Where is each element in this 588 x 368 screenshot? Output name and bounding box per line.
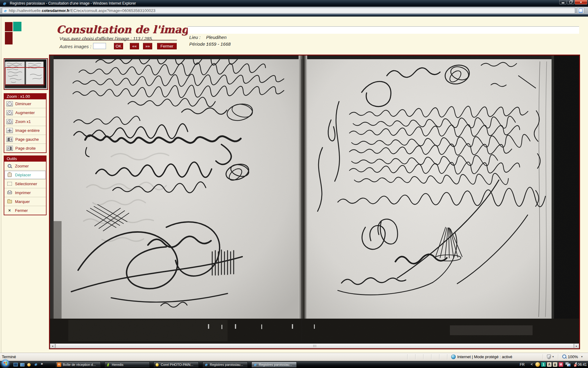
tray-expand-chevron[interactable]: < bbox=[531, 362, 533, 366]
tray-one-icon[interactable]: 1 bbox=[541, 362, 546, 367]
tray-m-icon[interactable]: M bbox=[559, 362, 563, 367]
other-image-input[interactable] bbox=[93, 43, 106, 49]
tray-clock-time[interactable]: 06:41 bbox=[578, 362, 587, 367]
left-page-button[interactable]: ◂ Page gauche bbox=[4, 135, 46, 144]
tool-imprimer[interactable]: Imprimer bbox=[4, 188, 46, 197]
compatibility-view-icon bbox=[579, 9, 582, 13]
taskbar-button-registres-1[interactable]: e Registres paroissiau... bbox=[202, 362, 248, 368]
image-viewport: ◂ ▸ bbox=[49, 55, 580, 349]
selection-rect-icon bbox=[6, 182, 13, 186]
header-white-band bbox=[188, 26, 579, 34]
image-count-text: Vous avez choisi d'afficher l'image : 11… bbox=[59, 36, 153, 41]
zoom-panel: Zoom : x1.00 − Diminuer + Augmenter 1 Zo… bbox=[4, 93, 47, 153]
language-indicator[interactable]: FR bbox=[520, 362, 525, 367]
balloon-icon bbox=[155, 362, 159, 367]
restore-button[interactable] bbox=[567, 0, 574, 5]
scrollbar-thumb[interactable] bbox=[55, 343, 574, 348]
zoom-caret-icon[interactable]: ▼ bbox=[581, 355, 583, 358]
tool-zoomer[interactable]: Zoomer bbox=[4, 162, 46, 171]
minimize-icon bbox=[562, 2, 564, 3]
address-url: http://sallevirtuelle.cotesdarmor.fr/EC/… bbox=[9, 8, 156, 13]
scroll-left-button[interactable]: ◂ bbox=[50, 343, 55, 348]
window-title: Registres paroissiaux - Consultation d'u… bbox=[10, 1, 136, 6]
volume-muted-icon[interactable] bbox=[572, 362, 577, 367]
taskbar-button-corel[interactable]: Corel PHOTO-PAIN... bbox=[153, 362, 199, 368]
scrollbar-track[interactable]: ▸ bbox=[55, 343, 579, 348]
tray-a-icon[interactable]: A bbox=[547, 362, 552, 367]
next-image-button[interactable]: »» bbox=[143, 43, 152, 49]
hand-icon bbox=[6, 173, 13, 177]
scrollbar-grip bbox=[313, 345, 316, 347]
zoom-in-button[interactable]: + Augmenter bbox=[4, 108, 46, 117]
ie-icon: e bbox=[204, 362, 208, 367]
taskbar-button-heredis[interactable]: Heredis bbox=[104, 362, 150, 368]
fit-image-icon bbox=[6, 128, 13, 133]
close-button[interactable]: × bbox=[575, 0, 587, 5]
zoom-in-icon: + bbox=[6, 110, 13, 115]
shield-caret-icon[interactable]: ▼ bbox=[552, 355, 554, 358]
tray-figure-icon[interactable]: ♟ bbox=[553, 362, 557, 367]
address-page-icon: e bbox=[4, 9, 6, 13]
mail-icon: ✉ bbox=[57, 362, 61, 367]
zoom-out-icon: − bbox=[6, 101, 13, 106]
close-icon: × bbox=[580, 1, 582, 4]
periode-value: 1659 - 1668 bbox=[206, 41, 231, 47]
lieu-value: Pleudihen bbox=[206, 35, 227, 40]
zoom-panel-header: Zoom : x1.00 bbox=[4, 93, 47, 99]
minimize-button[interactable] bbox=[559, 0, 567, 5]
tools-panel-header: Outils bbox=[4, 155, 47, 162]
ok-button[interactable]: OK bbox=[114, 43, 123, 49]
page-top-shadow bbox=[0, 14, 588, 17]
taskbar-button-mail[interactable]: ✉ Boîte de réception d... bbox=[55, 362, 101, 368]
network-icon[interactable] bbox=[565, 362, 571, 367]
lieu-label: Lieu : bbox=[189, 35, 201, 40]
status-text: Terminé bbox=[2, 355, 16, 359]
window-titlebar[interactable]: e Registres paroissiaux - Consultation d… bbox=[0, 0, 588, 7]
quicklaunch-desktop-icon[interactable] bbox=[20, 362, 25, 367]
taskbar-button-registres-2-active[interactable]: e Registres paroissiau... bbox=[251, 362, 297, 368]
logo-square-teal bbox=[13, 22, 21, 31]
windows-flag-icon bbox=[4, 362, 7, 365]
zoom-reset-button[interactable]: 1 Zoom x1 bbox=[4, 117, 46, 126]
start-button[interactable] bbox=[1, 359, 9, 368]
internet-zone-icon bbox=[451, 355, 456, 359]
fit-image-button[interactable]: Image entière bbox=[4, 126, 46, 135]
left-page-icon: ◂ bbox=[6, 137, 13, 142]
periode-label: Période : bbox=[189, 41, 208, 47]
ie-icon: e bbox=[253, 362, 257, 367]
page-left-edge bbox=[1, 17, 1, 353]
quicklaunch-ie-icon[interactable]: e bbox=[33, 362, 38, 367]
quicklaunch-clock-icon[interactable] bbox=[26, 362, 32, 367]
zoom-out-button[interactable]: − Diminuer bbox=[4, 99, 46, 108]
previous-image-button[interactable]: «« bbox=[130, 43, 139, 49]
zoom-x1-icon: 1 bbox=[6, 119, 13, 124]
manuscript-scan-image[interactable] bbox=[50, 56, 579, 343]
tools-panel: Outils Zoomer Déplacer Sélectionner Impr… bbox=[4, 155, 47, 215]
right-page-button[interactable]: ▸ Page droite bbox=[4, 144, 46, 152]
compatibility-view-button[interactable] bbox=[577, 8, 584, 13]
printer-icon bbox=[6, 191, 13, 194]
leaf-icon bbox=[106, 362, 110, 367]
tool-deplacer-selected[interactable]: Déplacer bbox=[4, 171, 46, 179]
close-x-icon: × bbox=[6, 208, 13, 213]
tray-clock-icon[interactable] bbox=[535, 362, 540, 367]
zone-text: Internet | Mode protégé : activé bbox=[457, 355, 512, 359]
restore-icon bbox=[569, 1, 572, 3]
tool-fermer[interactable]: × Fermer bbox=[4, 206, 46, 215]
tool-selectionner[interactable]: Sélectionner bbox=[4, 179, 46, 188]
scroll-right-button[interactable]: ▸ bbox=[574, 343, 579, 348]
quicklaunch-overflow-chevron[interactable]: » bbox=[41, 361, 43, 366]
bookmark-folder-icon bbox=[6, 200, 13, 203]
address-input[interactable]: e http://sallevirtuelle.cotesdarmor.fr/E… bbox=[2, 8, 575, 13]
other-images-label: Autres images : bbox=[59, 44, 91, 49]
right-page-icon: ▸ bbox=[6, 146, 13, 151]
quicklaunch-monitor-icon[interactable] bbox=[13, 362, 18, 367]
navigation-thumbnail[interactable] bbox=[4, 58, 48, 90]
logo-square-red-bottom bbox=[5, 32, 13, 44]
tool-marquer[interactable]: Marquer bbox=[4, 197, 46, 206]
page-zoom-level[interactable]: 100% bbox=[568, 355, 578, 359]
magnifier-icon bbox=[6, 164, 13, 168]
fermer-button[interactable]: Fermer bbox=[157, 43, 177, 49]
page-title: Consultation de l'image bbox=[56, 23, 195, 36]
horizontal-scrollbar[interactable]: ◂ ▸ bbox=[50, 343, 579, 348]
